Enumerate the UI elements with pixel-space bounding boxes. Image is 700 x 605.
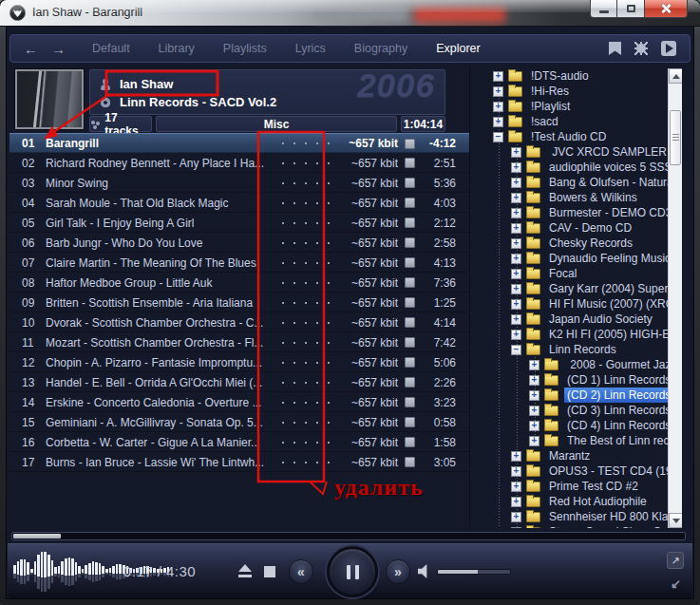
expand-toggle-icon[interactable]: + <box>511 147 521 158</box>
expand-toggle-icon[interactable]: + <box>511 269 521 279</box>
rating-dots[interactable] <box>276 199 331 208</box>
track-checkbox[interactable] <box>405 237 415 248</box>
tree-row[interactable]: + JVC XRCD SAMPLER (1996 <box>470 144 682 160</box>
expand-toggle-icon[interactable]: + <box>511 299 521 310</box>
tree-row[interactable]: − Linn Records <box>470 342 682 357</box>
expand-toggle-icon[interactable]: + <box>511 512 521 522</box>
expand-toggle-icon[interactable]: + <box>511 466 521 477</box>
expand-toggle-icon[interactable]: + <box>511 451 521 462</box>
track-row[interactable]: 08 Haftor Medboe Group - Little Auk ~657… <box>9 273 469 293</box>
seek-bar[interactable] <box>11 532 686 540</box>
rating-dots[interactable] <box>276 278 331 288</box>
rating-dots[interactable] <box>276 258 331 268</box>
tree-row[interactable]: + CAV - Demo CD <box>470 220 682 236</box>
rating-dots[interactable] <box>276 438 331 447</box>
track-row[interactable]: 10 Dvorak - Scottish Chamber Orchestra -… <box>9 312 469 332</box>
expand-toggle-icon[interactable]: + <box>511 162 521 173</box>
expand-toggle-icon[interactable]: + <box>529 375 539 386</box>
expand-toggle-icon[interactable]: + <box>511 208 521 218</box>
volume-slider[interactable] <box>437 569 511 575</box>
expand-toggle-icon[interactable]: + <box>529 421 539 431</box>
minimize-button[interactable] <box>590 0 617 18</box>
track-row[interactable]: 12 Chopin - A. Pizarro - Fantasie Improm… <box>9 352 469 372</box>
track-row[interactable]: 03 Minor Swing ~657 kbit 5:36 <box>9 173 469 193</box>
track-checkbox[interactable] <box>405 198 415 208</box>
stop-button[interactable] <box>264 566 275 577</box>
tracks-count-box[interactable]: 17 tracks <box>89 116 152 132</box>
popout-icon[interactable]: ↗ <box>667 552 684 569</box>
tree-row[interactable]: + !Playlist <box>470 99 682 114</box>
track-row[interactable]: 06 Barb Jungr - Who Do You Love ~657 kbi… <box>9 233 469 253</box>
tree-row[interactable]: + (CD 2) Linn Records (20 <box>470 388 682 403</box>
expand-toggle-icon[interactable]: + <box>511 497 521 507</box>
tab-item[interactable]: Lyrics <box>295 42 326 55</box>
rating-dots[interactable] <box>276 358 331 368</box>
track-row[interactable]: 07 Claire Martin - The Meaning Of The Bl… <box>9 253 469 273</box>
track-checkbox[interactable] <box>405 377 415 388</box>
tree-row[interactable]: + Stereo Sound Show S <box>470 524 682 528</box>
expand-toggle-icon[interactable]: + <box>529 436 539 446</box>
tree-row[interactable]: + Dynaudio Feeling Music <box>470 251 682 266</box>
back-arrow-icon[interactable]: ← <box>24 42 38 56</box>
track-checkbox[interactable] <box>405 257 415 268</box>
track-checkbox[interactable] <box>405 417 415 427</box>
scroll-up-icon[interactable] <box>669 68 682 84</box>
track-checkbox[interactable] <box>405 357 415 368</box>
rating-dots[interactable] <box>276 179 331 188</box>
tree-row[interactable]: + HI FI Music (2007) (XRCD) <box>470 296 682 312</box>
bookmark-flag-icon[interactable] <box>609 42 621 55</box>
rating-dots[interactable] <box>276 298 331 308</box>
tree-row[interactable]: + (CD 4) Linn Records (20 <box>470 418 682 433</box>
next-button[interactable]: » <box>386 559 410 584</box>
track-checkbox[interactable] <box>405 277 415 288</box>
track-row[interactable]: 15 Geminiani - A. McGillivray - Sonata O… <box>9 412 469 432</box>
tab-item[interactable]: Library <box>159 42 195 55</box>
track-row[interactable]: 11 Mozart - Scottish Chamber Orchestra -… <box>9 332 469 352</box>
track-row[interactable]: 16 Corbetta - W. Carter - Gigue A La Man… <box>9 432 469 452</box>
eject-button[interactable] <box>237 564 253 578</box>
tree-row[interactable]: + The Best of Linn record <box>470 433 682 448</box>
maximize-button[interactable] <box>617 0 645 18</box>
expand-toggle-icon[interactable]: − <box>493 132 503 142</box>
tree-row[interactable]: + (CD 3) Linn Records (20 <box>470 403 682 418</box>
tree-row[interactable]: + Burmester - DEMO CD3 <box>470 205 682 220</box>
expand-toggle-icon[interactable]: + <box>511 254 521 264</box>
track-checkbox[interactable] <box>405 457 415 467</box>
track-row[interactable]: 05 Girl Talk - I Enjoy Being A Girl ~657… <box>9 213 469 233</box>
track-row[interactable]: 04 Sarah Moule - That Old Black Magic ~6… <box>9 193 469 213</box>
tree-scrollbar[interactable] <box>668 68 682 528</box>
genre-box[interactable]: Misc <box>156 116 397 132</box>
tree-row[interactable]: + Chesky Records <box>470 236 682 251</box>
tree-row[interactable]: + (CD 1) Linn Records (20 <box>470 372 682 388</box>
track-row[interactable]: 09 Britten - Scottish Ensemble - Aria It… <box>9 293 469 312</box>
expand-toggle-icon[interactable]: + <box>529 406 539 416</box>
expand-toggle-icon[interactable]: + <box>511 284 521 294</box>
track-row[interactable]: 17 Burns - Ian Bruce - Lassie Wi' The Li… <box>9 452 469 472</box>
tab-item[interactable]: Default <box>92 42 130 55</box>
rating-dots[interactable] <box>276 159 331 168</box>
tab-item[interactable]: Biography <box>354 42 407 55</box>
previous-button[interactable]: « <box>289 559 313 584</box>
rating-dots[interactable] <box>276 378 331 388</box>
track-checkbox[interactable] <box>405 217 415 228</box>
rating-dots[interactable] <box>276 458 331 467</box>
panel-toggle-icon[interactable] <box>661 41 676 56</box>
tree-row[interactable]: + 2008 - Gourmet Jazz - <box>470 357 682 372</box>
track-checkbox[interactable] <box>405 139 415 149</box>
expand-toggle-icon[interactable]: + <box>511 238 521 249</box>
tree-row[interactable]: + Gary Karr (2004) Super Dou <box>470 281 682 296</box>
tree-row[interactable]: + Bang & Olufsen - Natural <box>470 175 682 190</box>
scroll-down-icon[interactable] <box>669 513 682 528</box>
tree-row[interactable]: + Japan Audio Society <box>470 312 682 327</box>
tab-item[interactable]: Playlists <box>223 42 267 55</box>
expand-toggle-icon[interactable]: + <box>493 117 503 127</box>
track-checkbox[interactable] <box>405 397 415 407</box>
tree-row[interactable]: + Focal <box>470 266 682 281</box>
expand-toggle-icon[interactable]: + <box>511 178 521 188</box>
tree-row[interactable]: − !Test Audio CD <box>470 129 682 144</box>
expand-toggle-icon[interactable]: − <box>511 345 521 355</box>
gear-icon[interactable] <box>634 42 648 55</box>
expand-toggle-icon[interactable]: + <box>493 86 503 97</box>
close-button[interactable] <box>645 0 688 18</box>
track-checkbox[interactable] <box>405 178 415 188</box>
